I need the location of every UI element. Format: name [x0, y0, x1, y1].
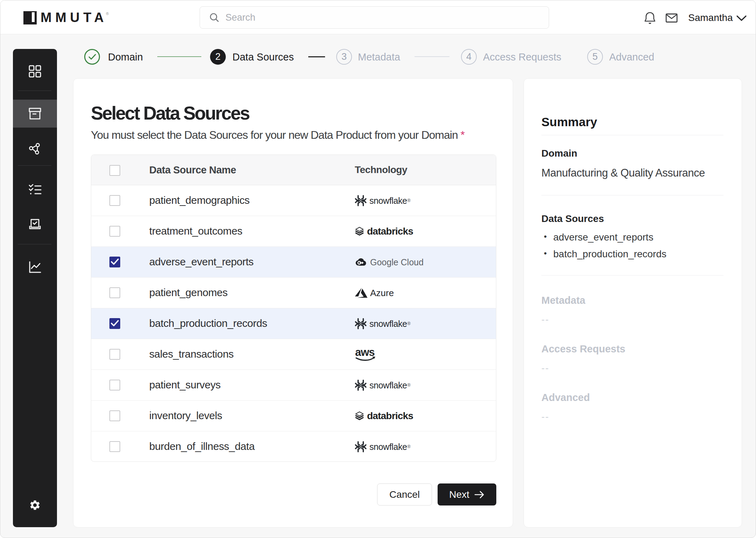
svg-text:aws: aws	[355, 346, 375, 358]
